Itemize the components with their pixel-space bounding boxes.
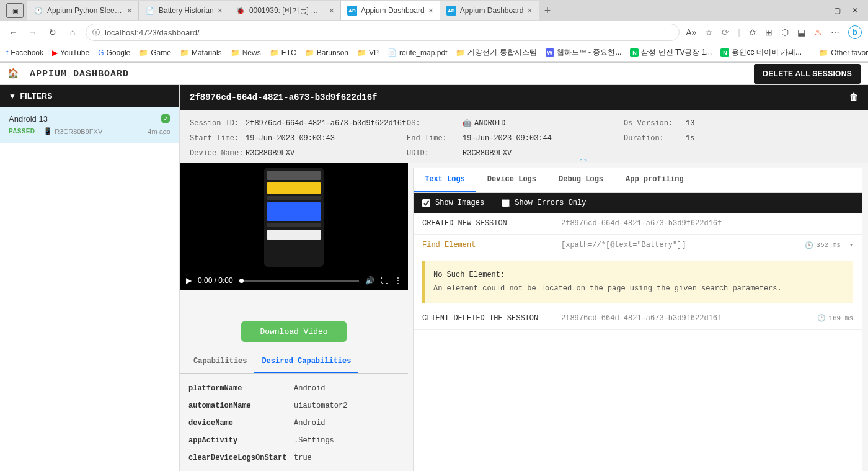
home-button[interactable]: ⌂ xyxy=(66,25,79,39)
collapse-info-icon[interactable]: ︿ xyxy=(580,153,587,164)
bookmark-icon: 📁 xyxy=(231,48,240,57)
bookmark-label: 삼성 덴진 TV공장 1... xyxy=(641,47,712,58)
tab-close-icon[interactable]: × xyxy=(218,6,223,16)
bookmark-item[interactable]: 📁Matarials xyxy=(180,48,222,57)
video-menu-icon[interactable]: ⋮ xyxy=(394,276,402,285)
tab-close-icon[interactable]: × xyxy=(428,6,433,16)
tab-text-logs[interactable]: Text Logs xyxy=(414,168,476,192)
bookmark-icon: 📄 xyxy=(388,48,397,57)
session-list-item[interactable]: Android 13✓ PASSED📱R3CR80B9FXV4m ago xyxy=(0,107,179,143)
bookmark-item[interactable]: ▶YouTube xyxy=(52,48,89,57)
browser-tab[interactable]: 📄Battery Historian× xyxy=(139,1,229,20)
bookmark-item[interactable]: 📁ETC xyxy=(270,48,296,57)
expand-icon[interactable]: ▾ xyxy=(849,241,853,249)
os-version-value: 13 xyxy=(686,119,723,128)
close-window-button[interactable]: ✕ xyxy=(852,6,858,15)
tab-app-profiling[interactable]: App profiling xyxy=(614,168,695,192)
bookmark-item[interactable]: N용인cc 네이버 카페... xyxy=(720,47,802,58)
bing-chat-icon[interactable]: b xyxy=(848,25,862,39)
maximize-button[interactable]: ▢ xyxy=(834,6,841,15)
bookmark-icon: f xyxy=(6,48,8,57)
flame-icon[interactable]: ♨ xyxy=(814,27,822,37)
show-errors-checkbox[interactable]: Show Errors Only xyxy=(502,199,586,207)
bookmark-item[interactable]: W웹하드™ - 중요한... xyxy=(546,47,622,58)
browser-tab[interactable]: ADAppium Dashboard× xyxy=(440,1,539,20)
sync-icon[interactable]: ⟳ xyxy=(722,27,729,37)
video-time: 0:00 / 0:00 xyxy=(198,276,233,285)
filters-header[interactable]: ▼ FILTERS xyxy=(0,85,179,107)
tab-close-icon[interactable]: × xyxy=(127,6,132,16)
bookmark-label: 웹하드™ - 중요한... xyxy=(557,47,622,58)
bookmark-item[interactable]: 📄route_map.pdf xyxy=(388,48,447,57)
bookmark-item[interactable]: 📁Game xyxy=(139,48,171,57)
phone-screenshot xyxy=(264,168,324,267)
session-video[interactable]: ▶ 0:00 / 0:00 🔊 ⛶ ⋮ xyxy=(180,163,408,290)
site-info-icon[interactable]: ⓘ xyxy=(92,27,100,38)
tab-debug-logs[interactable]: Debug Logs xyxy=(547,168,614,192)
extensions-icon[interactable]: ⬡ xyxy=(781,27,789,37)
browser-tab[interactable]: 🕐Appium Python Sleep 10m× xyxy=(27,1,139,20)
tab-title: Appium Python Sleep 10m xyxy=(47,6,123,15)
tab-favicon: 🐞 xyxy=(236,6,246,16)
bookmark-icon: N xyxy=(630,48,639,57)
capability-row: nativeWebScreenshottrue xyxy=(188,467,399,471)
refresh-button[interactable]: ↻ xyxy=(46,25,60,39)
bookmark-item[interactable]: 📁News xyxy=(231,48,261,57)
more-icon[interactable]: ⋯ xyxy=(831,27,839,37)
capability-key: appActivity xyxy=(188,436,294,445)
address-bar[interactable]: ⓘ localhost:4723/dashboard/ xyxy=(86,24,680,41)
url-text: localhost:4723/dashboard/ xyxy=(105,28,200,37)
bookmark-item[interactable]: fFacebook xyxy=(6,48,43,57)
error-body: An element could not be located on the p… xyxy=(433,282,844,295)
bookmark-icon: 📁 xyxy=(180,48,189,57)
bookmark-item[interactable]: N삼성 덴진 TV공장 1... xyxy=(630,47,712,58)
fullscreen-icon[interactable]: ⛶ xyxy=(381,276,388,285)
collections-icon[interactable]: ⊞ xyxy=(765,27,773,37)
volume-icon[interactable]: 🔊 xyxy=(365,276,374,285)
bookmark-item[interactable]: GGoogle xyxy=(98,48,130,57)
read-aloud-icon[interactable]: A» xyxy=(686,27,696,37)
delete-session-icon[interactable]: 🗑 xyxy=(849,92,858,102)
browser-tab[interactable]: 🐞0001939: [비기능] 뒤로가기 버튼× xyxy=(229,1,341,20)
status-check-icon: ✓ xyxy=(161,114,170,123)
back-button[interactable]: ← xyxy=(6,25,20,39)
minimize-button[interactable]: — xyxy=(815,6,823,15)
tab-views-button[interactable]: ▣ xyxy=(6,3,24,18)
bookmark-item[interactable]: 📁계양전기 통합시스템 xyxy=(456,47,536,58)
bookmark-icon: W xyxy=(546,48,554,57)
play-icon[interactable]: ▶ xyxy=(186,276,192,285)
bookmark-icon: 📁 xyxy=(456,48,465,57)
end-time-value: 19-Jun-2023 09:03:44 xyxy=(463,134,624,143)
show-images-checkbox[interactable]: Show Images xyxy=(422,199,484,207)
download-video-button[interactable]: Download Video xyxy=(241,321,346,342)
tab-favicon: AD xyxy=(347,6,357,16)
downloads-icon[interactable]: ⬓ xyxy=(797,27,805,37)
folder-icon: 📁 xyxy=(819,48,828,57)
log-entry[interactable]: Find Element[xpath=//*[@text="Battery"]]… xyxy=(414,235,862,256)
favorite-icon[interactable]: ☆ xyxy=(705,27,713,37)
bookmark-item[interactable]: 📁Barunson xyxy=(305,48,348,57)
bookmark-label: VP xyxy=(369,48,379,57)
bookmark-icon: ▶ xyxy=(52,48,58,57)
forward-button[interactable]: → xyxy=(26,25,40,39)
log-time: 🕒169 ms xyxy=(817,314,853,322)
favorites-icon[interactable]: ✩ xyxy=(749,27,756,37)
delete-all-sessions-button[interactable]: DELETE ALL SESSIONS xyxy=(754,64,861,84)
tab-favicon: 🕐 xyxy=(33,6,43,16)
tab-capabilities[interactable]: Capabilities xyxy=(186,351,254,373)
bookmark-icon: 📁 xyxy=(270,48,279,57)
new-tab-button[interactable]: + xyxy=(539,4,556,17)
log-command: CREATED NEW SESSION xyxy=(422,219,552,228)
tab-title: Appium Dashboard xyxy=(460,6,524,15)
bookmark-icon: 📁 xyxy=(357,48,366,57)
browser-tab[interactable]: ADAppium Dashboard× xyxy=(341,1,440,20)
tab-desired-capabilities[interactable]: Desired Capabilities xyxy=(254,351,358,373)
tab-device-logs[interactable]: Device Logs xyxy=(476,168,547,192)
tab-close-icon[interactable]: × xyxy=(329,6,334,16)
bookmark-item[interactable]: 📁VP xyxy=(357,48,379,57)
tab-close-icon[interactable]: × xyxy=(528,6,533,16)
status-badge: PASSED xyxy=(9,128,35,135)
other-favorites[interactable]: 📁 Other favorites xyxy=(819,48,868,57)
video-progress[interactable] xyxy=(239,280,359,282)
tab-title: 0001939: [비기능] 뒤로가기 버튼 xyxy=(249,6,326,16)
